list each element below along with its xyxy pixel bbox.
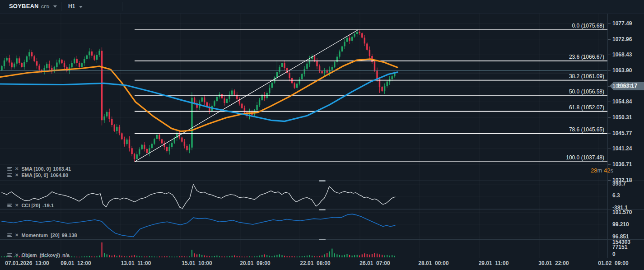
remove-indicator-icon[interactable]: ✕ (15, 233, 19, 237)
candle-countdown-timer: 28m 42s (591, 167, 613, 174)
price-axis-tick (608, 133, 611, 134)
price-axis-tick (608, 102, 611, 102)
fib-level-label: 0.0 (1075.68) (572, 23, 604, 29)
chevron-down-icon (79, 6, 83, 8)
time-axis-label: 20.01 09:00 (224, 260, 287, 266)
chevron-down-icon (53, 5, 57, 8)
sma-label: SMA [100, 0] (21, 166, 51, 172)
price-axis-tick (608, 86, 611, 87)
panel-resize-handle[interactable] (319, 180, 326, 182)
volume-indicator-panel[interactable] (0, 240, 607, 258)
price-axis[interactable]: 1063.17 1077.491072.961068.431063.901059… (607, 14, 644, 258)
price-axis-tick (608, 180, 611, 181)
price-axis-label: 1050.31 (612, 114, 632, 121)
price-axis-label: 1063.90 (612, 67, 632, 74)
fib-level-label: 100.0 (1037.48) (566, 154, 604, 161)
timeframe-selector[interactable]: H1 (68, 3, 83, 9)
price-axis-tick (608, 39, 611, 40)
time-axis-label: 22.01 08:00 (284, 260, 347, 266)
fib-level-label: 50.0 (1056.58) (569, 88, 604, 95)
volume-label: Objem (tickový) (21, 252, 60, 258)
fib-level-label: 78.6 (1045.65) (569, 126, 604, 133)
price-axis-label: 1041.24 (612, 145, 632, 152)
remove-indicator-icon[interactable]: ✕ (15, 166, 19, 171)
time-axis[interactable]: 07.01.2026 13:0009.01 12:0013.01 11:0015… (0, 258, 644, 270)
momentum-indicator-legend: ✕ Momentum [20] 99.138 (7, 232, 77, 238)
price-axis-tick (608, 55, 611, 55)
momentum-indicator-panel[interactable] (0, 210, 607, 239)
time-axis-label: 28.01 00:00 (402, 260, 465, 266)
main-price-chart-canvas[interactable]: 0.0 (1075.68)23.6 (1066.67)38.2 (1061.09… (0, 14, 607, 181)
price-axis-tick (608, 70, 611, 71)
indicator-settings-icon[interactable] (7, 173, 12, 177)
symbol-type-badge: CFD (41, 5, 50, 9)
momentum-value: 99.138 (62, 233, 77, 238)
volume-value: n/a (62, 252, 70, 258)
timeframe-label: H1 (68, 3, 75, 9)
remove-indicator-icon[interactable]: ✕ (15, 172, 19, 177)
price-axis-label: 1072.96 (612, 36, 632, 43)
time-axis-label: 15.01 10:00 (165, 260, 229, 266)
momentum-label: Momentum [20] (21, 233, 59, 238)
toolbar-separator (122, 2, 122, 11)
indicator-axis-label: 6.3 (612, 192, 620, 199)
symbol-selector[interactable]: SOYBEAN CFD (9, 3, 57, 9)
price-axis-tick (608, 164, 611, 165)
time-axis-label: 29.01 11:00 (462, 260, 525, 266)
panel-resize-handle[interactable] (319, 209, 326, 210)
timer-minutes: 28 (591, 167, 597, 174)
ema-value: 1064.80 (50, 172, 68, 178)
cci-label: CCI [20] (21, 203, 40, 208)
indicator-settings-icon[interactable] (7, 233, 12, 237)
ema-label: EMA [50, 0] (21, 172, 48, 178)
indicator-axis-label: 0 (612, 251, 616, 258)
indicator-settings-icon[interactable] (7, 203, 12, 208)
time-axis-label: 26.01 07:00 (343, 260, 406, 266)
fib-level-label: 61.8 (1052.07) (569, 104, 604, 111)
price-axis-label: 1054.84 (612, 98, 632, 105)
indicator-axis-label: 101.570 (612, 209, 632, 216)
fib-level-label: 23.6 (1066.67) (569, 54, 604, 60)
symbol-name: SOYBEAN (9, 3, 39, 9)
indicator-settings-icon[interactable] (7, 167, 12, 171)
price-axis-label: 1036.71 (612, 161, 632, 168)
price-axis-label: 1059.37 (612, 83, 632, 90)
price-axis-label: 1068.43 (612, 51, 632, 58)
toolbar-separator (61, 2, 61, 11)
time-axis-label: 13.01 11:00 (104, 260, 168, 266)
price-axis-label: 1045.77 (612, 130, 632, 137)
time-axis-label: 30.01 22:00 (522, 260, 585, 266)
price-axis-tick (608, 149, 611, 149)
timer-seconds: 42 (604, 167, 610, 174)
time-axis-label: 01.02 09:00 (582, 260, 644, 266)
sma-value: 1063.41 (53, 166, 71, 172)
cci-indicator-panel[interactable] (0, 181, 607, 209)
panel-resize-handle[interactable] (319, 239, 326, 240)
volume-indicator-legend: ✕ Objem (tickový) n/a (7, 252, 70, 258)
remove-indicator-icon[interactable]: ✕ (15, 252, 19, 257)
timer-seconds-unit: s (611, 167, 614, 174)
price-axis-tick (608, 23, 611, 24)
remove-indicator-icon[interactable]: ✕ (15, 203, 19, 208)
chart-header-toolbar: SOYBEAN CFD H1 (0, 0, 644, 14)
price-axis-label: 1077.49 (612, 20, 632, 27)
timer-minutes-unit: m (597, 167, 604, 174)
ema-indicator-legend: ✕ EMA [50, 0] 1064.80 (7, 172, 68, 178)
indicator-axis-label: 99.210 (612, 221, 629, 228)
cci-indicator-legend: ✕ CCI [20] -19.1 (7, 202, 54, 208)
indicator-axis-label: 77151 (612, 243, 627, 251)
fib-level-label: 38.2 (1061.09) (569, 73, 604, 79)
indicator-settings-icon[interactable] (7, 253, 12, 257)
trading-platform-window: SOYBEAN CFD H1 0.0 (1075.68)23.6 (1066.6… (0, 0, 644, 270)
sma-indicator-legend: ✕ SMA [100, 0] 1063.41 (7, 166, 71, 172)
cci-value: -19.1 (42, 203, 54, 208)
indicator-axis-label: 393.7 (612, 180, 626, 187)
time-axis-label: 09.01 12:00 (44, 260, 107, 266)
price-axis-tick (608, 117, 611, 118)
